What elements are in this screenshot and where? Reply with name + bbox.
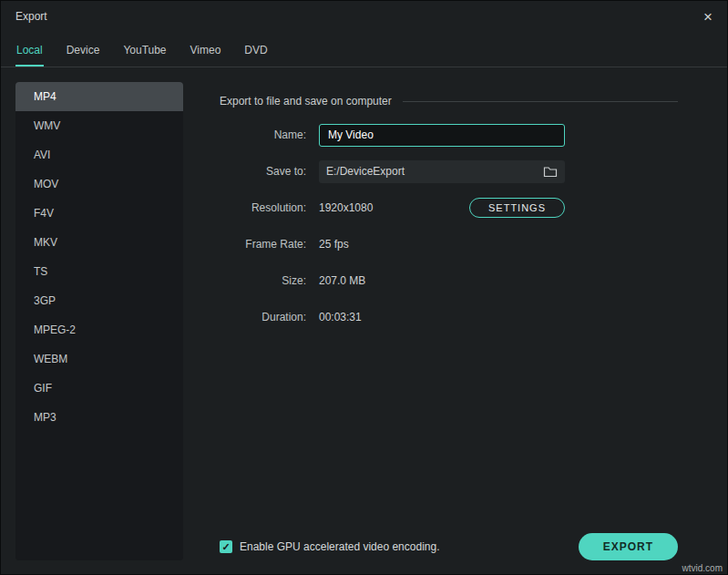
format-item-mov[interactable]: MOV xyxy=(15,169,183,199)
tab-youtube[interactable]: YouTube xyxy=(122,44,167,67)
format-item-ts[interactable]: TS xyxy=(15,257,183,286)
tab-vimeo[interactable]: Vimeo xyxy=(190,44,222,67)
format-list: MP4 WMV AVI MOV F4V MKV TS 3GP MPEG-2 WE… xyxy=(15,82,183,560)
format-item-gif[interactable]: GIF xyxy=(15,374,183,403)
footer-row: ✓ Enable GPU accelerated video encoding.… xyxy=(220,533,678,560)
export-settings-panel: Export to file and save on computer Name… xyxy=(220,82,713,560)
format-item-mkv[interactable]: MKV xyxy=(15,228,183,257)
framerate-value: 25 fps xyxy=(319,238,349,251)
name-input[interactable] xyxy=(319,124,565,147)
size-label: Size: xyxy=(220,274,306,287)
name-row: Name: xyxy=(220,117,678,153)
export-dialog: Export × Local Device YouTube Vimeo DVD … xyxy=(0,0,728,575)
settings-button[interactable]: SETTINGS xyxy=(469,198,565,218)
resolution-row: Resolution: 1920x1080 SETTINGS xyxy=(220,190,678,226)
gpu-encoding-label: Enable GPU accelerated video encoding. xyxy=(240,540,439,553)
duration-row: Duration: 00:03:31 xyxy=(220,299,678,335)
format-item-mp3[interactable]: MP3 xyxy=(15,403,183,432)
format-item-f4v[interactable]: F4V xyxy=(15,199,183,228)
format-item-mp4[interactable]: MP4 xyxy=(15,82,183,111)
framerate-label: Frame Rate: xyxy=(220,238,306,251)
section-heading-divider xyxy=(403,101,678,102)
section-heading-text: Export to file and save on computer xyxy=(220,95,392,108)
format-item-avi[interactable]: AVI xyxy=(15,140,183,169)
main-area: MP4 WMV AVI MOV F4V MKV TS 3GP MPEG-2 WE… xyxy=(1,67,727,575)
duration-label: Duration: xyxy=(220,311,306,323)
size-value: 207.0 MB xyxy=(319,274,365,287)
size-row: Size: 207.0 MB xyxy=(220,262,678,299)
section-heading: Export to file and save on computer xyxy=(220,95,678,108)
saveto-row: Save to: E:/DeviceExport xyxy=(220,153,678,190)
format-item-mpeg2[interactable]: MPEG-2 xyxy=(15,315,183,344)
tab-local[interactable]: Local xyxy=(15,44,44,67)
tab-dvd[interactable]: DVD xyxy=(243,44,268,67)
folder-browse-icon[interactable] xyxy=(543,165,558,178)
format-item-3gp[interactable]: 3GP xyxy=(15,286,183,315)
format-item-webm[interactable]: WEBM xyxy=(15,344,183,374)
dialog-title: Export xyxy=(15,10,47,23)
resolution-value: 1920x1080 xyxy=(319,201,373,214)
framerate-row: Frame Rate: 25 fps xyxy=(220,226,678,262)
saveto-path-field[interactable]: E:/DeviceExport xyxy=(319,160,565,183)
export-button[interactable]: EXPORT xyxy=(579,533,678,560)
watermark-text: wtvid.com xyxy=(682,563,723,573)
title-bar: Export × xyxy=(1,1,727,32)
export-tabs: Local Device YouTube Vimeo DVD xyxy=(1,32,727,67)
close-icon[interactable]: × xyxy=(703,9,713,25)
duration-value: 00:03:31 xyxy=(319,311,362,323)
saveto-label: Save to: xyxy=(220,165,306,178)
resolution-label: Resolution: xyxy=(220,201,306,214)
format-item-wmv[interactable]: WMV xyxy=(15,111,183,140)
tab-device[interactable]: Device xyxy=(66,44,101,67)
gpu-encoding-checkbox-row[interactable]: ✓ Enable GPU accelerated video encoding. xyxy=(220,540,439,553)
name-label: Name: xyxy=(220,128,306,141)
checkbox-checked-icon[interactable]: ✓ xyxy=(220,540,232,553)
saveto-path-text: E:/DeviceExport xyxy=(326,165,405,178)
